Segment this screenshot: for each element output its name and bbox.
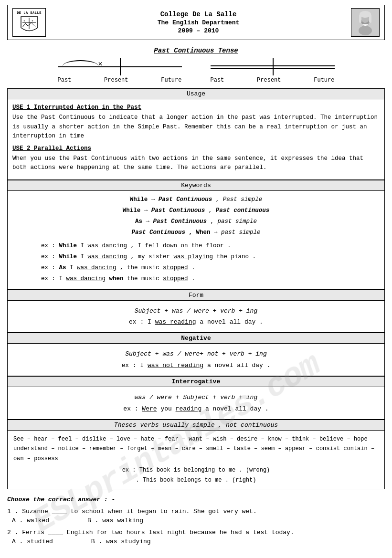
stative-wrong-ex: ex : This book is belonging to me . (wro… [13,465,379,475]
svg-rect-9 [369,14,371,23]
form-body: Subject + was / were + verb + ing ex : I… [7,300,385,333]
timeline-right-labels: Past Present Future [211,77,335,84]
stative-header: Theses verbs usually simple , not contin… [7,420,385,430]
form-section: Form Subject + was / were + verb + ing e… [7,290,385,333]
keywords-formulas: While → Past Continuous , Past simple Wh… [12,195,380,238]
portrait-svg [351,9,379,36]
use1-text: Use the Past Continuous to indicate that… [12,113,380,141]
exercise-title: Choose the correct answer : - [7,496,385,503]
stative-verbs-list: See – hear – feel – dislike – love – hat… [13,434,379,463]
header-title-block: College De La Salle The English Departme… [46,11,351,34]
negative-formula: Subject + was / were+ not + verb + ing [12,348,380,359]
question-1-text: 1 . Suzanne ____ to school when it began… [7,508,385,515]
stative-right-ex: . This book belongs to me . (right) [13,475,379,485]
department-name: The English Department [46,19,351,26]
kw-formula-1: While → Past Continuous , Past simple [12,195,380,205]
use2-block: USE 2 Parallel Actions When you use the … [12,144,380,173]
question-2: 2 . Ferris ____ English for two hours la… [7,529,385,545]
negative-example: ex : I was not reading a novel all day . [12,360,380,371]
question-2-text: 2 . Ferris ____ English for two hours la… [7,529,385,536]
timeline-diagrams: ✕ Past Present Future Past Present Futur… [7,58,385,84]
q2-text: Ferris ____ English for two hours last n… [22,529,294,536]
use2-heading: USE 2 Parallel Actions [12,144,380,153]
kw-ex-3: ex : As I was dancing , the music stoppe… [41,263,380,273]
interrogative-example: ex : Were you reading a novel all day . [12,403,380,414]
svg-point-10 [359,26,372,35]
interrogative-formula: was / were + Subject + verb + ing [12,392,380,403]
keywords-examples: ex : While I was dancing , I fell down o… [12,241,380,284]
stative-body: See – hear – feel – dislike – love – hat… [7,430,385,489]
kw-ex-4: ex : I was dancing when the music stoppe… [41,274,380,284]
svg-text:★: ★ [32,19,33,22]
negative-body: Subject + was / were+ not + verb + ing e… [7,343,385,376]
school-logo: DE LA SALLE ★ ★ [12,8,46,37]
usage-section: Usage USE 1 Interrupted Action in the Pa… [7,88,385,180]
interrogative-header: Interrogative [7,376,385,387]
question-2-options: A . studied B . was studying [12,538,385,545]
form-formula: Subject + was / were + verb + ing [12,305,380,316]
page-header: DE LA SALLE ★ ★ College De La Salle The … [7,5,385,40]
timeline-right: Past Present Future [206,58,339,84]
form-example: ex : I was reading a novel all day . [12,316,380,327]
q1-option-b: B . was walking [87,517,143,524]
q1-option-a: A . walked [12,517,49,524]
timeline-right-line [211,58,335,75]
use1-heading: USE 1 Interrupted Action in the Past [12,103,380,112]
usage-header: Usage [7,88,385,99]
form-header: Form [7,290,385,300]
timeline-section: Past Continuous Tense ✕ Past Present Fut… [7,47,385,84]
q1-number: 1 . [7,508,22,515]
stative-section: Theses verbs usually simple , not contin… [7,420,385,489]
question-1: 1 . Suzanne ____ to school when it began… [7,508,385,524]
svg-rect-8 [359,14,361,23]
use1-block: USE 1 Interrupted Action in the Past Use… [12,103,380,141]
timeline-left-line: ✕ [58,58,182,75]
negative-section: Negative Subject + was / were+ not + ver… [7,333,385,376]
negative-header: Negative [7,333,385,343]
kw-formula-4: Past Continuous , When → past simple [12,228,380,238]
use2-text: When you use the Past Continuous with tw… [12,154,380,173]
question-1-options: A . walked B . was walking [12,517,385,524]
interrogative-section: Interrogative was / were + Subject + ver… [7,376,385,420]
timeline-left: ✕ Past Present Future [53,58,187,84]
svg-text:★: ★ [23,19,25,22]
exercise-section: Choose the correct answer : - 1 . Suzann… [7,496,385,545]
school-year: 2009 – 2010 [46,27,351,34]
portrait-image [351,8,380,37]
kw-ex-1: ex : While I was dancing , I fell down o… [41,241,380,251]
usage-body: USE 1 Interrupted Action in the Past Use… [7,99,385,180]
interrogative-body: was / were + Subject + verb + ing ex : W… [7,387,385,420]
keywords-header: Keywords [7,180,385,190]
school-name: College De La Salle [46,11,351,18]
kw-ex-2: ex : While I was dancing , my sister was… [41,252,380,262]
logo-shield-icon: ★ ★ [19,16,40,34]
timeline-title: Past Continuous Tense [7,47,385,54]
q1-text: Suzanne ____ to school when it began to … [22,508,256,515]
q2-number: 2 . [7,529,22,536]
keywords-section: Keywords While → Past Continuous , Past … [7,180,385,290]
stative-examples: ex : This book is belonging to me . (wro… [13,465,379,485]
keywords-body: While → Past Continuous , Past simple Wh… [7,190,385,290]
kw-formula-2: While → Past Continuous , Past continuou… [12,206,380,216]
kw-formula-3: As → Past Continuous , past simple [12,217,380,227]
q2-option-a: A . studied [12,538,53,545]
q2-option-b: B . was studying [91,538,151,545]
timeline-left-labels: Past Present Future [58,77,182,84]
